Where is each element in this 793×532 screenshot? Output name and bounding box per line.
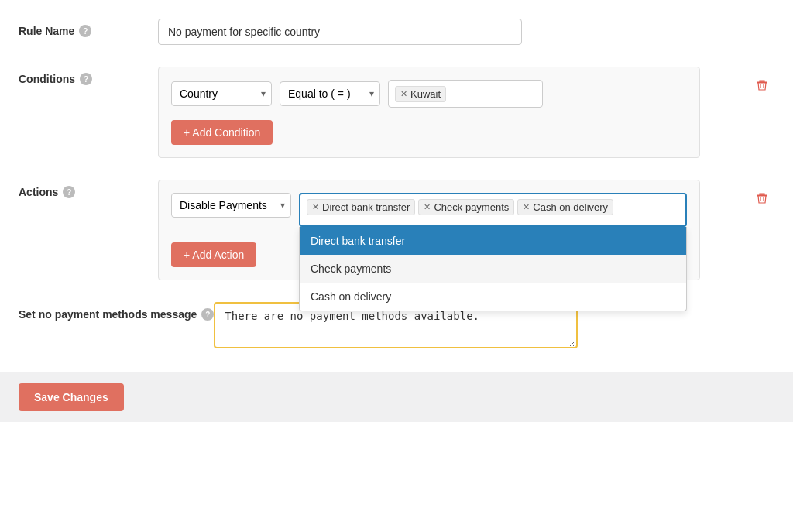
option-cash-on-delivery[interactable]: Cash on delivery (300, 283, 686, 311)
actions-box: Disable Payments Enable Payments ✕ Direc… (158, 180, 700, 280)
condition-row: Country State City ZIP Code Equal to ( =… (171, 80, 687, 108)
add-action-button[interactable]: + Add Action (171, 242, 256, 267)
rule-name-help-icon[interactable]: ? (79, 25, 91, 37)
tag-close-kuwait[interactable]: ✕ (400, 89, 407, 99)
add-condition-button[interactable]: + Add Condition (171, 120, 273, 145)
rule-name-label-text: Rule Name (19, 25, 74, 37)
action-select[interactable]: Disable Payments Enable Payments (171, 193, 291, 218)
delete-condition-icon (756, 79, 768, 91)
tag-close-check-payments[interactable]: ✕ (424, 202, 431, 212)
actions-row: Actions ? Disable Payments Enable Paymen… (19, 180, 774, 280)
payment-options-dropdown: Direct bank transfer Check payments Cash… (299, 227, 687, 311)
tag-label-kuwait: Kuwait (410, 88, 441, 100)
page-container: Rule Name ? Conditions ? Country State C… (0, 0, 793, 532)
rule-name-row: Rule Name ? (19, 19, 774, 45)
operator-select[interactable]: Equal to ( = ) Not equal to Contains Not… (280, 81, 380, 106)
tag-label-check-payments: Check payments (434, 201, 509, 213)
message-label-text: Set no payment methods message (19, 308, 197, 321)
tag-kuwait: ✕ Kuwait (395, 86, 446, 102)
save-bar: Save Changes (0, 372, 793, 422)
conditions-label-text: Conditions (19, 73, 75, 85)
option-direct-bank-transfer[interactable]: Direct bank transfer (300, 227, 686, 255)
tag-label-direct-bank: Direct bank transfer (322, 201, 410, 213)
actions-label: Actions ? (19, 180, 158, 198)
conditions-row: Conditions ? Country State City ZIP Code (19, 67, 774, 158)
operator-select-wrapper[interactable]: Equal to ( = ) Not equal to Contains Not… (280, 81, 380, 106)
rule-name-input[interactable] (158, 19, 522, 45)
conditions-content: Country State City ZIP Code Equal to ( =… (158, 67, 743, 158)
actions-content: Disable Payments Enable Payments ✕ Direc… (158, 180, 743, 280)
delete-action-button[interactable] (750, 186, 774, 211)
delete-action-icon (756, 192, 768, 204)
tag-check-payments: ✕ Check payments (418, 199, 514, 215)
actions-help-icon[interactable]: ? (63, 186, 75, 198)
country-select[interactable]: Country State City ZIP Code (171, 81, 272, 106)
svg-rect-1 (760, 194, 764, 195)
tag-close-direct-bank[interactable]: ✕ (312, 202, 319, 212)
tag-label-cash-delivery: Cash on delivery (533, 201, 608, 213)
conditions-box: Country State City ZIP Code Equal to ( =… (158, 67, 700, 158)
condition-tags-input[interactable]: ✕ Kuwait (388, 80, 543, 108)
action-select-wrapper[interactable]: Disable Payments Enable Payments (171, 193, 291, 218)
selected-payment-tags: ✕ Direct bank transfer ✕ Check payments … (307, 199, 679, 215)
message-help-icon[interactable]: ? (201, 308, 214, 321)
rule-name-content (158, 19, 774, 45)
message-label: Set no payment methods message ? (19, 302, 214, 321)
conditions-label: Conditions ? (19, 67, 158, 85)
conditions-help-icon[interactable]: ? (80, 73, 92, 85)
payments-multiselect[interactable]: ✕ Direct bank transfer ✕ Check payments … (299, 193, 687, 227)
country-select-wrapper[interactable]: Country State City ZIP Code (171, 81, 272, 106)
svg-rect-0 (760, 81, 764, 82)
multiselect-box[interactable]: ✕ Direct bank transfer ✕ Check payments … (299, 193, 687, 227)
save-changes-button[interactable]: Save Changes (19, 383, 124, 411)
delete-condition-button[interactable] (750, 73, 774, 98)
tag-cash-delivery: ✕ Cash on delivery (517, 199, 613, 215)
tag-direct-bank: ✕ Direct bank transfer (307, 199, 415, 215)
actions-label-text: Actions (19, 186, 58, 198)
rule-name-label: Rule Name ? (19, 19, 158, 37)
tag-close-cash-delivery[interactable]: ✕ (523, 202, 530, 212)
option-check-payments[interactable]: Check payments (300, 255, 686, 283)
action-row: Disable Payments Enable Payments ✕ Direc… (171, 193, 687, 227)
